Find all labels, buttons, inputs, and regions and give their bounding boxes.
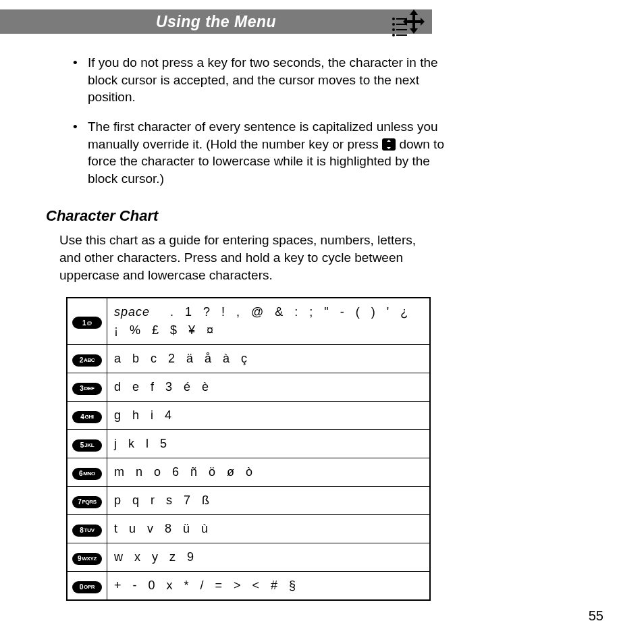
svg-rect-7 (396, 34, 407, 36)
key-cell: 4GHI (67, 402, 107, 430)
table-row: 5JKLj k l 5 (67, 430, 430, 458)
chars-cell: p q r s 7 ß (107, 487, 431, 515)
bullet-list: If you do not press a key for two second… (73, 54, 458, 187)
character-chart-table: 1@space . 1 ? ! , @ & : ; " - ( ) ' ¿ ¡ … (66, 297, 431, 601)
key-cell: 3DEF (67, 373, 107, 402)
header-bar: Using the Menu (0, 9, 432, 34)
updown-key-icon (382, 138, 396, 151)
phone-key-icon: 8TUV (72, 525, 102, 537)
svg-point-6 (392, 34, 395, 36)
phone-key-icon: 7PQRS (72, 496, 102, 508)
key-cell: 5JKL (67, 430, 107, 458)
svg-point-2 (392, 23, 395, 26)
chars-cell: j k l 5 (107, 430, 431, 458)
phone-key-icon: 6MNO (72, 468, 102, 480)
table-row: 0OPR+ - 0 x * / = > < # § (67, 572, 430, 601)
phone-key-icon: 2ABC (72, 354, 102, 367)
chars-cell: a b c 2 ä å à ç (107, 345, 431, 373)
table-row: 9WXYZw x y z 9 (67, 543, 430, 572)
svg-point-4 (392, 28, 395, 31)
table-row: 4GHIg h i 4 (67, 402, 430, 430)
phone-key-icon: 3DEF (72, 383, 102, 395)
key-cell: 0OPR (67, 572, 107, 601)
table-row: 8TUVt u v 8 ü ù (67, 515, 430, 543)
page-number: 55 (589, 608, 603, 624)
table-row: 6MNOm n o 6 ñ ö ø ò (67, 458, 430, 487)
key-cell: 7PQRS (67, 487, 107, 515)
section-intro: Use this chart as a guide for entering s… (59, 232, 437, 284)
phone-key-icon: 4GHI (72, 411, 102, 423)
section-heading: Character Chart (46, 207, 458, 225)
key-cell: 9WXYZ (67, 543, 107, 572)
key-cell: 1@ (67, 298, 107, 345)
phone-key-icon: 1@ (72, 317, 102, 329)
table-row: 3DEFd e f 3 é è (67, 373, 430, 402)
menu-navigate-icon (388, 9, 425, 36)
table-row: 2ABCa b c 2 ä å à ç (67, 345, 430, 373)
chars-cell: m n o 6 ñ ö ø ò (107, 458, 431, 487)
chars-cell: + - 0 x * / = > < # § (107, 572, 431, 601)
phone-key-icon: 0OPR (72, 581, 102, 593)
table-row: 1@space . 1 ? ! , @ & : ; " - ( ) ' ¿ ¡ … (67, 298, 430, 345)
bullet-item: The first character of every sentence is… (73, 118, 458, 188)
svg-rect-5 (396, 29, 407, 30)
chars-cell: space . 1 ? ! , @ & : ; " - ( ) ' ¿ ¡ % … (107, 298, 431, 345)
key-cell: 2ABC (67, 345, 107, 373)
chars-cell: d e f 3 é è (107, 373, 431, 402)
header-title: Using the Menu (156, 13, 276, 31)
key-cell: 6MNO (67, 458, 107, 487)
table-row: 7PQRSp q r s 7 ß (67, 487, 430, 515)
phone-key-icon: 9WXYZ (72, 553, 102, 565)
chars-cell: g h i 4 (107, 402, 431, 430)
svg-point-0 (392, 18, 395, 20)
chars-cell: w x y z 9 (107, 543, 431, 572)
chars-cell: t u v 8 ü ù (107, 515, 431, 543)
phone-key-icon: 5JKL (72, 439, 102, 452)
bullet-item: If you do not press a key for two second… (73, 54, 458, 106)
key-cell: 8TUV (67, 515, 107, 543)
